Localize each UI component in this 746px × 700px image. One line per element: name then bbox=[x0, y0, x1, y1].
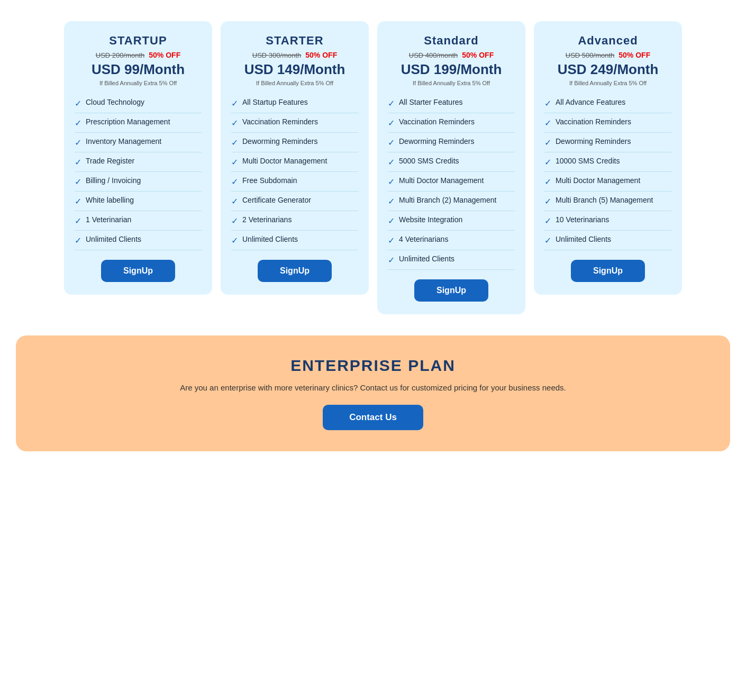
feature-text: Vaccination Reminders bbox=[242, 117, 318, 126]
feature-text: Prescription Management bbox=[86, 117, 170, 126]
list-item: ✓2 Veterinarians bbox=[231, 211, 358, 231]
checkmark-icon: ✓ bbox=[544, 138, 551, 148]
price-row-startup: USD 200/month50% OFF bbox=[96, 51, 180, 59]
feature-text: Deworming Reminders bbox=[399, 137, 474, 146]
list-item: ✓Vaccination Reminders bbox=[388, 113, 515, 133]
discount-badge-advanced: 50% OFF bbox=[618, 51, 650, 59]
original-price-startup: USD 200/month bbox=[96, 51, 145, 59]
signup-button-starter[interactable]: SignUp bbox=[258, 260, 332, 282]
list-item: ✓Cloud Technology bbox=[75, 94, 202, 113]
plan-card-advanced: AdvancedUSD 500/month50% OFFUSD 249/Mont… bbox=[534, 21, 682, 295]
checkmark-icon: ✓ bbox=[388, 255, 395, 265]
feature-text: All Starter Features bbox=[399, 98, 463, 106]
feature-text: 5000 SMS Credits bbox=[399, 157, 459, 165]
feature-text: Trade Register bbox=[86, 157, 134, 165]
feature-text: Multi Branch (5) Management bbox=[556, 196, 653, 204]
plan-card-standard: StandardUSD 400/month50% OFFUSD 199/Mont… bbox=[377, 21, 525, 314]
checkmark-icon: ✓ bbox=[388, 235, 395, 246]
discount-badge-standard: 50% OFF bbox=[462, 51, 494, 59]
checkmark-icon: ✓ bbox=[231, 196, 238, 206]
list-item: ✓Prescription Management bbox=[75, 113, 202, 133]
price-row-advanced: USD 500/month50% OFF bbox=[566, 51, 650, 59]
list-item: ✓White labelling bbox=[75, 192, 202, 211]
plan-card-starter: STARTERUSD 300/month50% OFFUSD 149/Month… bbox=[221, 21, 369, 295]
plan-title-advanced: Advanced bbox=[578, 34, 638, 48]
feature-text: Deworming Reminders bbox=[242, 137, 317, 146]
billing-note-standard: If Billed Annually Extra 5% Off bbox=[413, 80, 490, 86]
list-item: ✓Deworming Reminders bbox=[544, 133, 671, 152]
checkmark-icon: ✓ bbox=[544, 216, 551, 226]
list-item: ✓Unlimited Clients bbox=[75, 231, 202, 250]
original-price-standard: USD 400/month bbox=[409, 51, 458, 59]
feature-text: Multi Doctor Management bbox=[242, 157, 327, 165]
checkmark-icon: ✓ bbox=[388, 157, 395, 167]
list-item: ✓10 Veterinarians bbox=[544, 211, 671, 231]
checkmark-icon: ✓ bbox=[231, 118, 238, 128]
checkmark-icon: ✓ bbox=[388, 177, 395, 187]
checkmark-icon: ✓ bbox=[231, 216, 238, 226]
list-item: ✓1 Veterinarian bbox=[75, 211, 202, 231]
checkmark-icon: ✓ bbox=[388, 196, 395, 206]
feature-text: Unlimited Clients bbox=[242, 235, 298, 243]
discount-badge-starter: 50% OFF bbox=[305, 51, 337, 59]
feature-text: Billing / Invoicing bbox=[86, 176, 141, 185]
plan-title-standard: Standard bbox=[424, 34, 478, 48]
feature-text: Unlimited Clients bbox=[556, 235, 611, 243]
enterprise-title: ENTERPRISE PLAN bbox=[32, 357, 714, 375]
list-item: ✓Vaccination Reminders bbox=[544, 113, 671, 133]
feature-text: All Advance Features bbox=[556, 98, 625, 106]
main-price-starter: USD 149/Month bbox=[244, 61, 345, 78]
list-item: ✓Multi Doctor Management bbox=[544, 172, 671, 192]
feature-text: Multi Doctor Management bbox=[399, 176, 484, 185]
checkmark-icon: ✓ bbox=[75, 235, 81, 246]
billing-note-startup: If Billed Annually Extra 5% Off bbox=[99, 80, 177, 86]
contact-us-button[interactable]: Contact Us bbox=[323, 405, 423, 430]
checkmark-icon: ✓ bbox=[231, 235, 238, 246]
feature-text: Deworming Reminders bbox=[556, 137, 631, 146]
plan-card-startup: STARTUPUSD 200/month50% OFFUSD 99/MonthI… bbox=[64, 21, 212, 295]
feature-list-advanced: ✓All Advance Features✓Vaccination Remind… bbox=[544, 94, 671, 250]
enterprise-section: ENTERPRISE PLAN Are you an enterprise wi… bbox=[16, 335, 730, 451]
price-row-starter: USD 300/month50% OFF bbox=[252, 51, 337, 59]
checkmark-icon: ✓ bbox=[75, 98, 81, 108]
feature-text: 4 Veterinarians bbox=[399, 235, 448, 243]
feature-list-startup: ✓Cloud Technology✓Prescription Managemen… bbox=[75, 94, 202, 250]
checkmark-icon: ✓ bbox=[544, 157, 551, 167]
feature-text: Multi Doctor Management bbox=[556, 176, 640, 185]
feature-list-starter: ✓All Startup Features✓Vaccination Remind… bbox=[231, 94, 358, 250]
list-item: ✓Trade Register bbox=[75, 152, 202, 172]
list-item: ✓Free Subdomain bbox=[231, 172, 358, 192]
price-row-standard: USD 400/month50% OFF bbox=[409, 51, 494, 59]
checkmark-icon: ✓ bbox=[75, 157, 81, 167]
list-item: ✓10000 SMS Credits bbox=[544, 152, 671, 172]
list-item: ✓Billing / Invoicing bbox=[75, 172, 202, 192]
feature-text: 1 Veterinarian bbox=[86, 215, 131, 224]
plan-title-starter: STARTER bbox=[266, 34, 323, 48]
feature-text: 10 Veterinarians bbox=[556, 215, 609, 224]
signup-button-advanced[interactable]: SignUp bbox=[571, 260, 645, 282]
list-item: ✓Multi Branch (2) Management bbox=[388, 192, 515, 211]
checkmark-icon: ✓ bbox=[544, 196, 551, 206]
list-item: ✓Certificate Generator bbox=[231, 192, 358, 211]
list-item: ✓Deworming Reminders bbox=[388, 133, 515, 152]
checkmark-icon: ✓ bbox=[231, 98, 238, 108]
feature-text: Inventory Management bbox=[86, 137, 161, 146]
checkmark-icon: ✓ bbox=[75, 177, 81, 187]
list-item: ✓Inventory Management bbox=[75, 133, 202, 152]
checkmark-icon: ✓ bbox=[388, 216, 395, 226]
checkmark-icon: ✓ bbox=[75, 216, 81, 226]
list-item: ✓Multi Branch (5) Management bbox=[544, 192, 671, 211]
checkmark-icon: ✓ bbox=[75, 196, 81, 206]
feature-text: Multi Branch (2) Management bbox=[399, 196, 496, 204]
list-item: ✓4 Veterinarians bbox=[388, 231, 515, 250]
list-item: ✓All Starter Features bbox=[388, 94, 515, 113]
list-item: ✓Website Integration bbox=[388, 211, 515, 231]
feature-text: Certificate Generator bbox=[242, 196, 311, 204]
list-item: ✓Multi Doctor Management bbox=[231, 152, 358, 172]
signup-button-startup[interactable]: SignUp bbox=[101, 260, 175, 282]
signup-button-standard[interactable]: SignUp bbox=[414, 279, 488, 302]
list-item: ✓Unlimited Clients bbox=[544, 231, 671, 250]
checkmark-icon: ✓ bbox=[388, 138, 395, 148]
feature-text: Unlimited Clients bbox=[86, 235, 141, 243]
main-price-advanced: USD 249/Month bbox=[558, 61, 659, 78]
